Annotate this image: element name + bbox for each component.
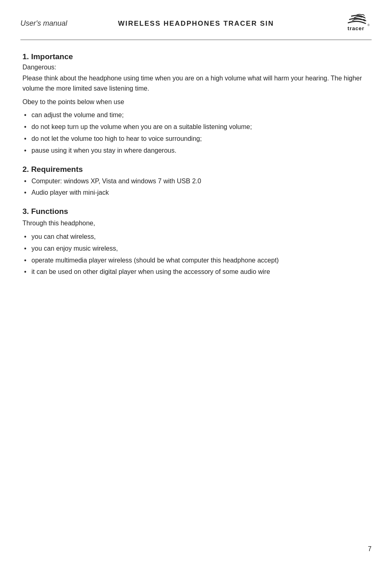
section-2-bullets: Computer: windows XP, Vista and windows … xyxy=(22,176,370,198)
section-2-title: 2. Requirements xyxy=(22,165,370,174)
section-3-title: 3. Functions xyxy=(22,207,370,216)
section-requirements: 2. Requirements Computer: windows XP, Vi… xyxy=(22,165,370,198)
page-content: 1. Importance Dangerous: Please think ab… xyxy=(20,52,372,277)
header-center-label: WIRELESS HEADPHONES TRACER SIN xyxy=(118,20,274,28)
section-importance: 1. Importance Dangerous: Please think ab… xyxy=(22,52,370,156)
section-1-subtitle: Dangerous: xyxy=(22,64,370,71)
list-item: it can be used on other digital player w… xyxy=(22,267,370,277)
list-item: Audio player with mini-jack xyxy=(22,188,370,198)
section-functions: 3. Functions Through this headphone, you… xyxy=(22,207,370,277)
list-item: you can enjoy music wireless, xyxy=(22,244,370,254)
list-item: Computer: windows XP, Vista and windows … xyxy=(22,176,370,187)
page-number: 7 xyxy=(368,545,372,553)
list-item: can adjust the volume and time; xyxy=(22,110,370,120)
list-item: operate multimedia player wireless (shou… xyxy=(22,256,370,266)
section-3-intro: Through this headphone, xyxy=(22,218,370,229)
list-item: do not let the volume too high to hear t… xyxy=(22,134,370,144)
section-3-bullets: you can chat wireless, you can enjoy mus… xyxy=(22,232,370,277)
list-item: do not keep turn up the volume when you … xyxy=(22,122,370,132)
svg-text:tracer: tracer xyxy=(347,25,364,31)
section-1-para-2: Obey to the points below when use xyxy=(22,97,370,107)
header-left-label: User's manual xyxy=(20,19,67,28)
page-wrapper: User's manual WIRELESS HEADPHONES TRACER… xyxy=(0,0,392,565)
list-item: pause using it when you stay in where da… xyxy=(22,146,370,156)
header-logo: tracer ® xyxy=(335,12,372,35)
list-item: you can chat wireless, xyxy=(22,232,370,242)
section-1-title: 1. Importance xyxy=(22,52,370,61)
svg-text:®: ® xyxy=(368,24,370,27)
section-1-para-1: Please think about the headphone using t… xyxy=(22,73,370,94)
section-1-bullets: can adjust the volume and time; do not k… xyxy=(22,110,370,156)
page-header: User's manual WIRELESS HEADPHONES TRACER… xyxy=(20,12,372,40)
tracer-logo-svg: tracer ® xyxy=(335,12,372,35)
